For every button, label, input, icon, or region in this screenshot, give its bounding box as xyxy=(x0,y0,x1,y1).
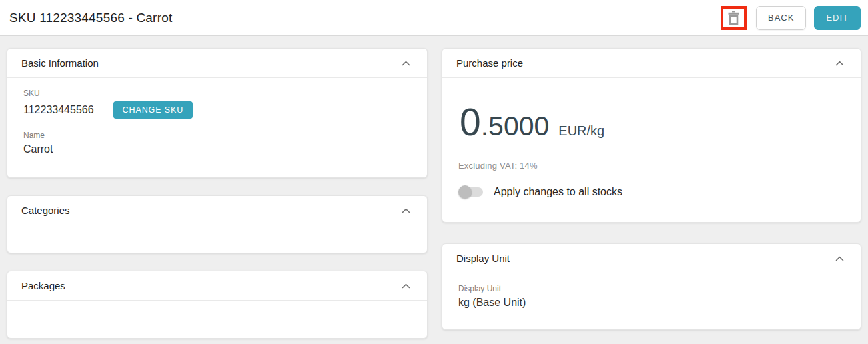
basic-information-card: Basic Information SKU 112233445566 CHANG… xyxy=(7,48,428,178)
change-sku-button[interactable]: CHANGE SKU xyxy=(113,101,193,119)
vat-note: Excluding VAT: 14% xyxy=(458,161,845,171)
apply-changes-row: Apply changes to all stocks xyxy=(458,185,845,199)
display-unit-label: Display Unit xyxy=(458,284,845,293)
header-actions: BACK EDIT xyxy=(721,6,861,30)
categories-collapse-button[interactable] xyxy=(399,205,413,216)
content-area: Basic Information SKU 112233445566 CHANG… xyxy=(0,37,868,344)
packages-card: Packages xyxy=(7,271,428,339)
basic-information-header: Basic Information xyxy=(7,49,427,78)
chevron-up-icon xyxy=(402,283,410,289)
sku-row: 112233445566 CHANGE SKU xyxy=(23,101,411,119)
apply-changes-toggle[interactable] xyxy=(458,185,483,199)
name-value: Carrot xyxy=(23,143,411,155)
delete-button-highlight xyxy=(721,6,747,30)
purchase-price-body: 0 .5000 EUR/kg Excluding VAT: 14% Apply … xyxy=(442,78,861,209)
packages-body xyxy=(7,301,427,322)
edit-button[interactable]: EDIT xyxy=(814,6,861,30)
left-column: Basic Information SKU 112233445566 CHANG… xyxy=(7,48,428,339)
chevron-up-icon xyxy=(402,61,410,66)
back-button[interactable]: BACK xyxy=(756,6,806,30)
basic-information-title: Basic Information xyxy=(21,57,99,69)
categories-title: Categories xyxy=(21,205,70,216)
packages-title: Packages xyxy=(21,280,65,291)
price-unit: EUR/kg xyxy=(558,123,604,139)
price-integer: 0 xyxy=(460,103,481,141)
purchase-price-header: Purchase price xyxy=(442,49,861,78)
packages-collapse-button[interactable] xyxy=(399,281,413,291)
delete-button[interactable] xyxy=(728,11,739,25)
chevron-up-icon xyxy=(835,256,844,261)
price-decimal: .5000 xyxy=(481,113,550,140)
categories-header: Categories xyxy=(7,196,427,225)
display-unit-collapse-button[interactable] xyxy=(833,253,847,264)
display-unit-card: Display Unit Display Unit kg (Base Unit) xyxy=(442,243,861,330)
toggle-thumb xyxy=(458,185,472,199)
name-label: Name xyxy=(23,131,411,140)
apply-changes-label: Apply changes to all stocks xyxy=(494,186,622,198)
chevron-up-icon xyxy=(402,208,410,213)
display-unit-header: Display Unit xyxy=(442,244,861,273)
trash-icon xyxy=(728,11,739,25)
packages-header: Packages xyxy=(7,271,427,301)
header-bar: SKU 112233445566 - Carrot BACK EDIT xyxy=(0,0,868,36)
sku-label: SKU xyxy=(23,89,411,98)
categories-card: Categories xyxy=(7,195,428,253)
purchase-price-title: Purchase price xyxy=(456,57,523,69)
sku-value: 112233445566 xyxy=(23,104,94,116)
price-display: 0 .5000 EUR/kg xyxy=(460,103,845,141)
basic-information-collapse-button[interactable] xyxy=(399,58,413,69)
right-column: Purchase price 0 .5000 EUR/kg Excluding … xyxy=(442,48,861,330)
purchase-price-collapse-button[interactable] xyxy=(833,58,847,69)
basic-information-body: SKU 112233445566 CHANGE SKU Name Carrot xyxy=(7,78,427,166)
display-unit-value: kg (Base Unit) xyxy=(458,297,845,309)
purchase-price-card: Purchase price 0 .5000 EUR/kg Excluding … xyxy=(442,48,861,223)
display-unit-title: Display Unit xyxy=(456,253,510,264)
chevron-up-icon xyxy=(835,61,844,66)
display-unit-body: Display Unit kg (Base Unit) xyxy=(442,273,861,319)
categories-body xyxy=(7,225,427,247)
page-title: SKU 112233445566 - Carrot xyxy=(9,11,172,25)
